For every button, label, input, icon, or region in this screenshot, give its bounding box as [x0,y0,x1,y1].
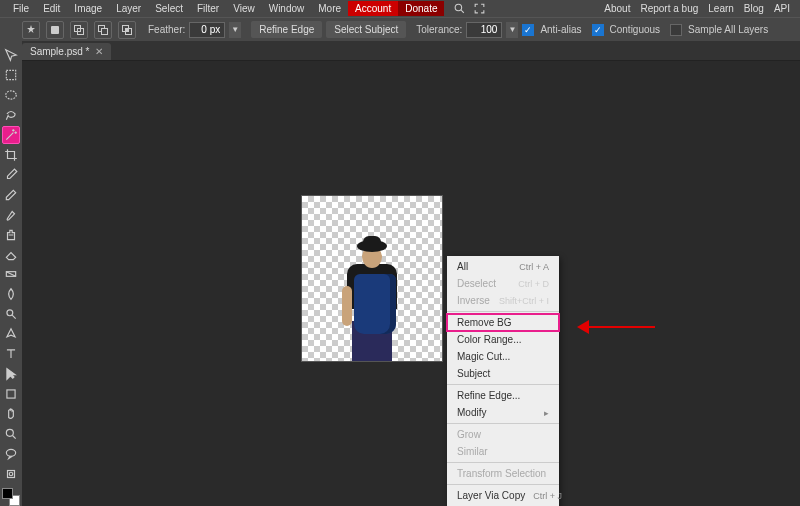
tool-magic-wand[interactable] [2,126,20,144]
search-icon[interactable] [452,2,466,16]
ctx-transform-selection: Transform Selection [447,465,559,482]
select-mode-add-icon[interactable] [70,21,88,39]
tool-pencil[interactable] [2,186,20,204]
tool-rect-shape[interactable] [2,385,20,403]
tab-label: Sample.psd * [30,46,89,57]
tool-lasso[interactable] [2,106,20,124]
svg-line-1 [461,10,464,13]
ctx-label: Transform Selection [457,468,546,479]
tool-preset-icon[interactable] [22,21,40,39]
ctx-all[interactable]: AllCtrl + A [447,258,559,275]
link-blog[interactable]: Blog [744,3,764,14]
ctx-grow: Grow [447,426,559,443]
options-bar: Feather: ▼ Refine Edge Select Subject To… [0,17,800,41]
link-learn[interactable]: Learn [708,3,734,14]
tool-notes[interactable] [2,445,20,463]
menu-separator [447,484,559,485]
menu-image[interactable]: Image [67,1,109,16]
menu-layer[interactable]: Layer [109,1,148,16]
ctx-refine-edge[interactable]: Refine Edge... [447,387,559,404]
select-mode-sub-icon[interactable] [94,21,112,39]
menu-separator [447,423,559,424]
tolerance-dropdown-icon[interactable]: ▼ [506,22,518,38]
ctx-label: Subject [457,368,490,379]
svg-rect-17 [8,471,15,478]
menu-more[interactable]: More [311,1,348,16]
select-mode-intersect-icon[interactable] [118,21,136,39]
link-report-a-bug[interactable]: Report a bug [640,3,698,14]
link-about[interactable]: About [604,3,630,14]
contiguous-label: Contiguous [610,24,661,35]
link-api[interactable]: API [774,3,790,14]
tool-crop[interactable] [2,146,20,164]
menu-window[interactable]: Window [262,1,312,16]
select-mode-new-icon[interactable] [46,21,64,39]
svg-rect-10 [6,70,15,79]
context-menu: AllCtrl + ADeselectCtrl + DInverseShift+… [447,256,559,506]
ctx-label: Remove BG [457,317,511,328]
menu-edit[interactable]: Edit [36,1,67,16]
ctx-remove-bg[interactable]: Remove BG [447,314,559,331]
svg-rect-9 [126,28,129,31]
tool-path-select[interactable] [2,365,20,383]
feather-input[interactable] [189,22,225,38]
tolerance-label: Tolerance: [416,24,462,35]
tab-sample[interactable]: Sample.psd * ✕ [22,43,111,60]
ctx-subject[interactable]: Subject [447,365,559,382]
tool-brush[interactable] [2,206,20,224]
close-icon[interactable]: ✕ [95,46,103,57]
menu-donate[interactable]: Donate [398,1,444,16]
tool-clone[interactable] [2,226,20,244]
ctx-magic-cut[interactable]: Magic Cut... [447,348,559,365]
svg-point-11 [6,91,17,99]
svg-point-18 [9,472,13,476]
submenu-arrow-icon: ▸ [544,408,549,418]
tool-eyedropper[interactable] [2,166,20,184]
color-swatches[interactable] [2,488,20,506]
menu-separator [447,462,559,463]
tool-pen[interactable] [2,325,20,343]
menu-file[interactable]: File [6,1,36,16]
ctx-label: Layer Via Copy [457,490,525,501]
sample-layers-checkbox[interactable] [670,24,682,36]
tool-blur[interactable] [2,285,20,303]
tool-hand[interactable] [2,405,20,423]
menu-account[interactable]: Account [348,1,398,16]
menu-separator [447,384,559,385]
ctx-shortcut: Ctrl + A [519,262,549,272]
ctx-layer-via-copy[interactable]: Layer Via CopyCtrl + J [447,487,559,504]
ctx-shortcut: Ctrl + J [533,491,562,501]
tool-text[interactable] [2,345,20,363]
tool-rect-marquee[interactable] [2,66,20,84]
refine-edge-button[interactable]: Refine Edge [251,21,322,38]
tool-zoom[interactable] [2,425,20,443]
menu-view[interactable]: View [226,1,262,16]
ctx-label: Color Range... [457,334,521,345]
tool-tool-21[interactable] [2,465,20,483]
tool-dodge[interactable] [2,305,20,323]
svg-rect-6 [102,28,108,34]
tool-eraser[interactable] [2,246,20,264]
feather-dropdown-icon[interactable]: ▼ [229,22,241,38]
ctx-color-range[interactable]: Color Range... [447,331,559,348]
tool-gradient[interactable] [2,266,20,284]
ctx-label: Similar [457,446,488,457]
ctx-shortcut: Shift+Ctrl + I [499,296,549,306]
tool-ellipse-marquee[interactable] [2,86,20,104]
fullscreen-icon[interactable] [472,2,486,16]
menu-select[interactable]: Select [148,1,190,16]
document-tabs: Sample.psd * ✕ [0,41,800,61]
canvas[interactable] [302,196,442,361]
contiguous-checkbox[interactable]: ✓ [592,24,604,36]
tolerance-input[interactable] [466,22,502,38]
ctx-label: Grow [457,429,481,440]
select-subject-button[interactable]: Select Subject [326,21,406,38]
ctx-modify[interactable]: Modify▸ [447,404,559,421]
svg-point-16 [6,449,15,456]
tool-move[interactable] [2,46,20,64]
canvas-area: AllCtrl + ADeselectCtrl + DInverseShift+… [22,61,800,506]
svg-point-0 [455,4,462,11]
menu-filter[interactable]: Filter [190,1,226,16]
antialias-checkbox[interactable]: ✓ [522,24,534,36]
ctx-label: Inverse [457,295,490,306]
